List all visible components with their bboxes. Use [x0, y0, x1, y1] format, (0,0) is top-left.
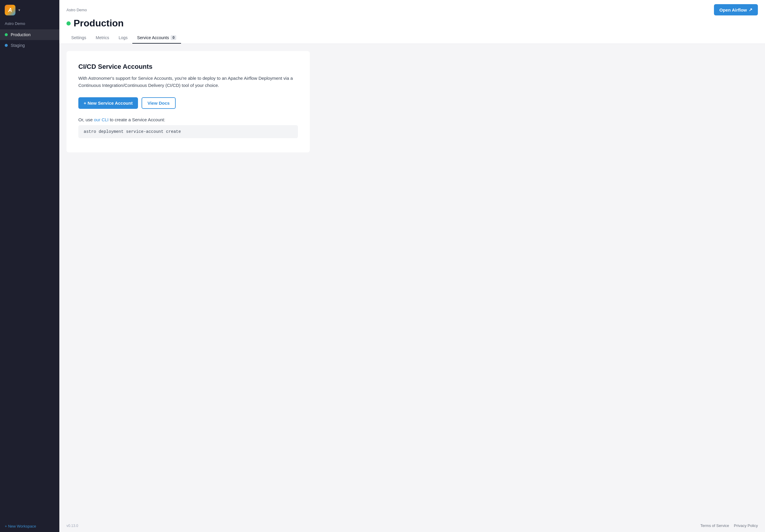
view-docs-button[interactable]: View Docs	[142, 97, 176, 109]
sidebar-item-production[interactable]: Production	[0, 29, 59, 40]
status-dot-blue	[5, 44, 8, 47]
cli-code-block: astro deployment service-account create	[78, 125, 298, 138]
top-bar: Astro Demo Open Airflow ↗ Production Set…	[59, 0, 765, 44]
cli-link[interactable]: our CLI	[94, 117, 109, 122]
sidebar-nav: Production Staging	[0, 28, 59, 520]
cli-text: Or, use our CLI to create a Service Acco…	[78, 117, 298, 122]
new-workspace-button[interactable]: + New Workspace	[0, 520, 59, 532]
new-service-account-button[interactable]: + New Service Account	[78, 97, 138, 109]
card-actions: + New Service Account View Docs	[78, 97, 298, 109]
sidebar-item-label: Staging	[11, 43, 25, 48]
main-content: Astro Demo Open Airflow ↗ Production Set…	[59, 0, 765, 532]
sidebar: A ▾ Astro Demo Production Staging + New …	[0, 0, 59, 532]
breadcrumb-row: Astro Demo Open Airflow ↗	[59, 0, 765, 15]
content-area: CI/CD Service Accounts With Astronomer's…	[59, 44, 765, 519]
chevron-down-icon: ▾	[18, 8, 20, 12]
terms-of-service-link[interactable]: Terms of Service	[700, 523, 729, 528]
workspace-label: Astro Demo	[0, 20, 59, 28]
external-link-icon: ↗	[749, 7, 753, 12]
card-title: CI/CD Service Accounts	[78, 63, 298, 71]
service-accounts-badge: 0	[171, 35, 176, 40]
tabs: Settings Metrics Logs Service Accounts 0	[59, 29, 765, 44]
logo-icon: A	[5, 5, 15, 15]
card-description: With Astronomer's support for Service Ac…	[78, 75, 298, 89]
privacy-policy-link[interactable]: Privacy Policy	[734, 523, 758, 528]
status-dot-green	[5, 33, 8, 36]
cicd-card: CI/CD Service Accounts With Astronomer's…	[66, 51, 310, 152]
footer-links: Terms of Service Privacy Policy	[700, 523, 758, 528]
breadcrumb: Astro Demo	[66, 8, 87, 12]
tab-logs[interactable]: Logs	[114, 32, 132, 44]
version-label: v0.13.0	[66, 524, 78, 528]
page-header: Production	[59, 15, 765, 29]
page-title: Production	[74, 18, 124, 29]
cli-section: Or, use our CLI to create a Service Acco…	[78, 117, 298, 138]
tab-service-accounts[interactable]: Service Accounts 0	[132, 32, 181, 44]
page-status-dot	[66, 21, 71, 26]
tab-metrics[interactable]: Metrics	[91, 32, 114, 44]
tab-settings[interactable]: Settings	[66, 32, 91, 44]
logo-area[interactable]: A ▾	[0, 0, 59, 20]
sidebar-item-staging[interactable]: Staging	[0, 40, 59, 51]
sidebar-item-label: Production	[11, 32, 31, 37]
open-airflow-button[interactable]: Open Airflow ↗	[714, 4, 758, 15]
page-title-row: Production	[66, 18, 124, 29]
footer: v0.13.0 Terms of Service Privacy Policy	[59, 519, 765, 532]
